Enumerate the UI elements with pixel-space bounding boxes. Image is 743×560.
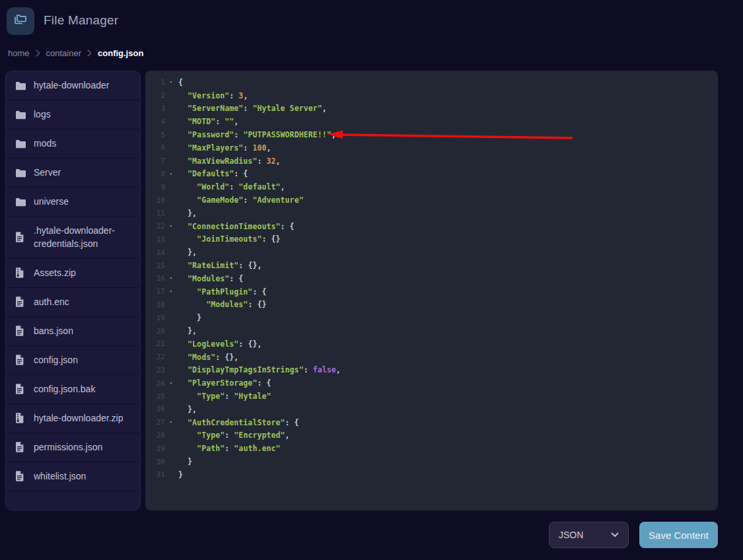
code-editor[interactable]: 1▾{2 "Version": 3,3 "ServerName": "Hytal…: [145, 71, 718, 510]
sidebar-item-label: auth.enc: [34, 295, 69, 308]
line-number: 17: [145, 287, 165, 296]
code-line[interactable]: "GameMode": "Adventure": [177, 195, 304, 205]
code-line[interactable]: "LogLevels": {},: [177, 339, 262, 349]
code-line[interactable]: },: [177, 209, 197, 218]
code-line[interactable]: },: [177, 326, 197, 335]
sidebar-item-label: mods: [34, 137, 56, 150]
editor-line: 24▾ "PlayerStorage": {: [145, 376, 718, 390]
code-line[interactable]: "PathPlugin": {: [177, 287, 266, 297]
editor-line: 8▾ "Defaults": {: [145, 168, 718, 181]
sidebar-item-label: permissions.json: [34, 440, 102, 454]
code-line[interactable]: "Defaults": {: [177, 169, 248, 178]
sidebar-item-label: Assets.zip: [34, 266, 76, 279]
file-manager-page: File Manager homecontainerconfig.json hy…: [0, 0, 743, 560]
folder-icon: [15, 168, 26, 178]
code-line[interactable]: }: [177, 470, 183, 479]
sidebar-item-auth.enc[interactable]: auth.enc: [6, 288, 140, 317]
code-line[interactable]: "Password": "PUTPASSWORDHERE!!",: [177, 130, 336, 139]
code-line[interactable]: "Modules": {: [177, 274, 243, 283]
fold-toggle-icon[interactable]: ▾: [165, 275, 177, 281]
code-line[interactable]: "AuthCredentialStore": {: [177, 418, 299, 427]
save-content-button[interactable]: Save Content: [639, 522, 718, 548]
fold-toggle-icon[interactable]: ▾: [165, 419, 177, 425]
code-line[interactable]: "MaxViewRadius": 32,: [177, 157, 281, 166]
editor-line: 9 "World": "default",: [145, 180, 718, 193]
code-line[interactable]: "JoinTimeouts": {}: [177, 234, 281, 244]
sidebar-item-Assets.zip[interactable]: Assets.zip: [6, 259, 140, 288]
sidebar-item-.hytale-downloader-credentials.json[interactable]: .hytale-downloader-credentials.json: [6, 217, 140, 259]
language-select[interactable]: JSON: [549, 522, 629, 548]
editor-line: 14 },: [145, 246, 718, 259]
editor-line: 10 "GameMode": "Adventure": [145, 193, 718, 207]
line-number: 24: [145, 379, 165, 388]
editor-line: 6 "MaxPlayers": 100,: [145, 141, 718, 155]
fold-toggle-icon[interactable]: ▾: [165, 289, 177, 295]
line-number: 5: [145, 131, 165, 139]
folder-icon: [15, 197, 26, 207]
line-number: 27: [145, 418, 165, 427]
sidebar-item-config.json[interactable]: config.json: [6, 346, 140, 375]
code-line[interactable]: "Mods": {},: [177, 353, 238, 362]
chevron-right-icon: [87, 50, 92, 57]
sidebar-item-logs[interactable]: logs: [6, 100, 140, 129]
code-line[interactable]: "World": "default",: [177, 182, 285, 192]
code-line[interactable]: "PlayerStorage": {: [177, 378, 271, 388]
code-line[interactable]: "Modules": {}: [177, 300, 266, 309]
sidebar-item-bans.json[interactable]: bans.json: [6, 317, 140, 346]
sidebar-item-Server[interactable]: Server: [6, 158, 140, 188]
line-number: 25: [145, 392, 165, 401]
code-line[interactable]: "Type": "Encrypted",: [177, 431, 290, 440]
editor-line: 18 "Modules": {}: [145, 298, 718, 312]
app-logo: [7, 7, 34, 35]
breadcrumb-item-home[interactable]: home: [8, 48, 30, 58]
sidebar-item-label: .hytale-downloader-credentials.json: [34, 224, 132, 251]
line-number: 20: [145, 327, 165, 335]
fold-toggle-icon[interactable]: ▾: [165, 79, 177, 85]
editor-line: 20 },: [145, 324, 718, 337]
chevron-right-icon: [36, 50, 40, 57]
fold-toggle-icon[interactable]: ▾: [165, 380, 177, 386]
code-line[interactable]: "MaxPlayers": 100,: [177, 143, 271, 153]
folder-icon: [15, 81, 26, 90]
line-number: 29: [145, 444, 165, 453]
editor-line: 12▾ "ConnectionTimeouts": {: [145, 220, 718, 233]
code-line[interactable]: "ServerName": "Hytale Server",: [177, 104, 327, 113]
editor-line: 4 "MOTD": "",: [145, 115, 718, 128]
code-line[interactable]: }: [177, 313, 201, 322]
sidebar-item-mods[interactable]: mods: [6, 129, 140, 158]
line-number: 22: [145, 353, 165, 361]
code-line[interactable]: "Type": "Hytale": [177, 392, 271, 401]
sidebar-item-universe[interactable]: universe: [6, 188, 140, 217]
editor-line: 11 },: [145, 207, 718, 220]
code-line[interactable]: },: [177, 405, 197, 414]
code-line[interactable]: "Version": 3,: [177, 91, 248, 100]
editor-line: 5 "Password": "PUTPASSWORDHERE!!",: [145, 128, 718, 141]
line-number: 1: [145, 78, 165, 87]
editor-line: 25 "Type": "Hytale": [145, 390, 718, 403]
sidebar-item-hytale-downloader[interactable]: hytale-downloader: [6, 71, 140, 100]
editor-line: 1▾{: [145, 76, 718, 89]
code-line[interactable]: }: [177, 457, 192, 466]
sidebar-item-config.json.bak[interactable]: config.json.bak: [6, 375, 140, 404]
line-number: 31: [145, 470, 165, 479]
fold-toggle-icon[interactable]: ▾: [165, 171, 177, 177]
code-line[interactable]: "RateLimit": {},: [177, 261, 262, 270]
zip-icon: [15, 413, 26, 423]
sidebar-item-whitelist.json[interactable]: whitelist.json: [6, 462, 140, 491]
sidebar-item-hytale-downloader.zip[interactable]: hytale-downloader.zip: [6, 404, 140, 433]
breadcrumb-item-container[interactable]: container: [46, 48, 81, 58]
code-line[interactable]: {: [177, 78, 183, 87]
file-icon: [15, 297, 26, 307]
sidebar-item-label: logs: [34, 108, 51, 121]
code-line[interactable]: "DisplayTmpTagsInStrings": false,: [177, 365, 341, 374]
code-line[interactable]: "Path": "auth.enc": [177, 444, 281, 453]
fold-toggle-icon[interactable]: ▾: [165, 223, 177, 229]
breadcrumb-item-config.json: config.json: [98, 48, 143, 58]
code-line[interactable]: },: [177, 248, 197, 257]
folder-duplicate-icon: [13, 12, 28, 30]
code-line[interactable]: "MOTD": "",: [177, 117, 238, 126]
editor-line: 7 "MaxViewRadius": 32,: [145, 155, 718, 168]
code-line[interactable]: "ConnectionTimeouts": {: [177, 222, 295, 231]
sidebar-item-permissions.json[interactable]: permissions.json: [6, 433, 140, 462]
chevron-down-icon: [611, 532, 619, 538]
